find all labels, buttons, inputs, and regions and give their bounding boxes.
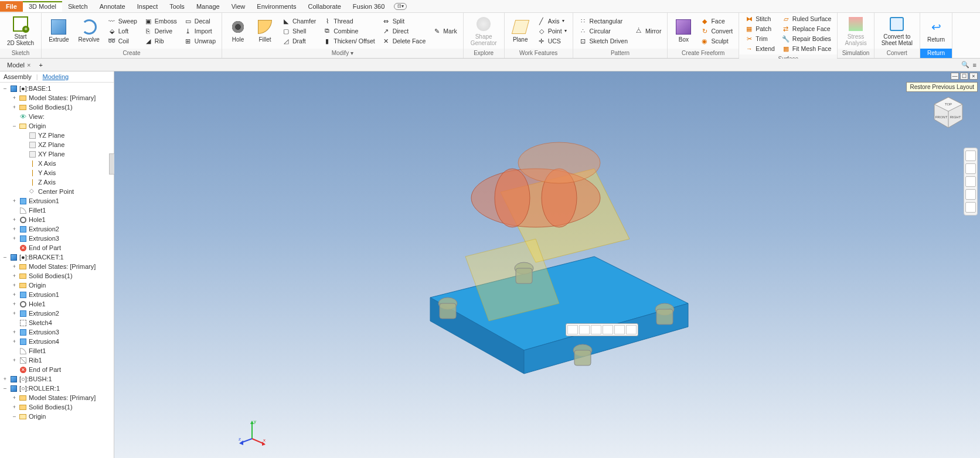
expand-icon[interactable]: + — [12, 329, 17, 335]
menu-sketch[interactable]: Sketch — [62, 1, 94, 12]
collapse-ribbon-icon[interactable]: ⊡▾ — [394, 3, 407, 10]
mini-tool-3[interactable] — [591, 325, 601, 334]
viewport-close-button[interactable]: × — [969, 73, 978, 80]
menu-environments[interactable]: Environments — [251, 1, 302, 12]
coil-button[interactable]: ➿Coil — [106, 36, 139, 46]
expand-icon[interactable] — [12, 245, 17, 251]
expand-icon[interactable]: + — [12, 282, 17, 288]
tree-node[interactable]: +Extrusion3 — [0, 327, 114, 337]
mini-tool-5[interactable] — [614, 325, 625, 334]
tree-node[interactable]: +Extrusion1 — [0, 196, 114, 206]
expand-icon[interactable]: + — [2, 376, 8, 382]
tree-node[interactable]: +Model States: [Primary] — [0, 93, 114, 102]
expand-icon[interactable]: + — [12, 404, 17, 410]
point-button[interactable]: ◇Point ▾ — [535, 26, 569, 36]
mini-tool-2[interactable] — [579, 325, 590, 334]
tree-node[interactable]: +Origin — [0, 281, 114, 290]
tree-node[interactable]: –[●]:BRACKET:1 — [0, 252, 114, 262]
expand-icon[interactable]: – — [12, 123, 17, 129]
expand-icon[interactable]: + — [12, 198, 17, 204]
expand-icon[interactable]: + — [12, 273, 17, 279]
patch-button[interactable]: ▦Patch — [743, 24, 777, 33]
nav-zoom-button[interactable] — [965, 176, 976, 187]
close-tab-icon[interactable]: × — [27, 61, 30, 69]
ucs-button[interactable]: ✛UCS — [535, 36, 569, 46]
filter-icon[interactable]: ≡ — [973, 61, 976, 69]
direct-button[interactable]: ↗Direct — [380, 26, 428, 36]
tree-node[interactable]: +Model States: [Primary] — [0, 393, 114, 402]
browser-tab-modeling[interactable]: Modeling — [43, 73, 69, 80]
viewcube[interactable]: TOP FRONT RIGHT — [931, 95, 966, 130]
tree-node[interactable]: +Model States: [Primary] — [0, 262, 114, 271]
unwrap-button[interactable]: ⊞Unwrap — [182, 36, 218, 46]
extend-button[interactable]: →Extend — [743, 44, 777, 53]
menu-file[interactable]: File — [0, 1, 23, 12]
tree-node[interactable]: X Axis — [0, 159, 114, 168]
tree-node[interactable]: Fillet1 — [0, 346, 114, 356]
tree-node[interactable]: +Solid Bodies(1) — [0, 402, 114, 412]
expand-icon[interactable] — [12, 320, 17, 326]
expand-icon[interactable] — [21, 132, 26, 138]
expand-icon[interactable]: + — [12, 339, 17, 344]
tree-node[interactable]: +Extrusion2 — [0, 309, 114, 318]
expand-icon[interactable]: – — [2, 385, 8, 391]
box-button[interactable]: Box — [671, 18, 696, 44]
sculpt-button[interactable]: ◉Sculpt — [698, 36, 735, 46]
sketch-driven-button[interactable]: ⊡Sketch Driven — [577, 36, 630, 46]
tree-node[interactable]: +Hole1 — [0, 215, 114, 224]
extrude-button[interactable]: Extrude — [45, 18, 72, 44]
menu-collaborate[interactable]: Collaborate — [302, 1, 347, 12]
replace-face-button[interactable]: ⇄Replace Face — [780, 24, 834, 33]
viewport-canvas[interactable]: — ☐ × Restore Previous Layout TOP FRONT … — [114, 71, 980, 458]
menu-manage[interactable]: Manage — [190, 1, 226, 12]
face-button[interactable]: ◆Face — [698, 16, 735, 26]
split-button[interactable]: ⇔Split — [380, 16, 428, 26]
new-tab-button[interactable]: + — [35, 60, 46, 70]
tree-node[interactable]: +[○]:BUSH:1 — [0, 374, 114, 384]
decal-button[interactable]: ▭Decal — [182, 16, 218, 26]
menu-3d-model[interactable]: 3D Model — [23, 1, 62, 12]
nav-orbit-button[interactable] — [965, 189, 976, 200]
loft-button[interactable]: ⬙Loft — [106, 26, 139, 36]
tree-node[interactable]: Fillet1 — [0, 206, 114, 215]
tree-node[interactable]: Y Axis — [0, 168, 114, 177]
expand-icon[interactable] — [12, 348, 17, 354]
tree-node[interactable]: Z Axis — [0, 177, 114, 187]
tree-node[interactable]: XY Plane — [0, 149, 114, 159]
expand-icon[interactable] — [21, 160, 26, 166]
expand-icon[interactable] — [21, 170, 26, 176]
draft-button[interactable]: ◿Draft — [280, 36, 318, 46]
expand-icon[interactable] — [21, 142, 26, 148]
import-button[interactable]: ⤓Import — [182, 26, 218, 36]
expand-icon[interactable]: – — [2, 86, 8, 91]
mark-button[interactable]: ✎Mark — [430, 26, 459, 36]
plane-button[interactable]: Plane — [508, 18, 533, 44]
expand-icon[interactable] — [21, 151, 26, 157]
expand-icon[interactable]: + — [12, 217, 17, 223]
menu-annotate[interactable]: Annotate — [94, 1, 131, 12]
tree-node[interactable]: ✕End of Part — [0, 243, 114, 252]
menu-inspect[interactable]: Inspect — [131, 1, 164, 12]
tree-node[interactable]: 👁View: — [0, 112, 114, 121]
hole-button[interactable]: Hole — [226, 18, 250, 44]
mirror-button[interactable]: ⧊Mirror — [632, 26, 663, 36]
browser-tab-assembly[interactable]: Assembly — [4, 73, 32, 80]
rectangular-button[interactable]: ∷Rectangular — [577, 16, 630, 26]
nav-home-button[interactable] — [965, 151, 976, 161]
panel-label-modify[interactable]: Modify ▾ — [222, 49, 463, 58]
mini-tool-6[interactable] — [626, 325, 637, 334]
convert-sheet-metal-button[interactable]: Convert to Sheet Metal — [878, 15, 916, 47]
expand-icon[interactable]: + — [12, 264, 17, 269]
expand-icon[interactable] — [12, 367, 17, 372]
expand-icon[interactable]: + — [12, 301, 17, 307]
search-icon[interactable]: 🔍 — [961, 61, 969, 69]
tree-node[interactable]: ✕End of Part — [0, 365, 114, 374]
tree-node[interactable]: +Extrusion4 — [0, 337, 114, 346]
menu-tools[interactable]: Tools — [164, 1, 190, 12]
tree-node[interactable]: +Solid Bodies(1) — [0, 102, 114, 112]
nav-lookat-button[interactable] — [965, 202, 976, 213]
tree-node[interactable]: Sketch4 — [0, 318, 114, 327]
expand-icon[interactable]: – — [2, 254, 8, 260]
stitch-button[interactable]: ⧓Stitch — [743, 14, 777, 23]
tree-node[interactable]: XZ Plane — [0, 140, 114, 149]
